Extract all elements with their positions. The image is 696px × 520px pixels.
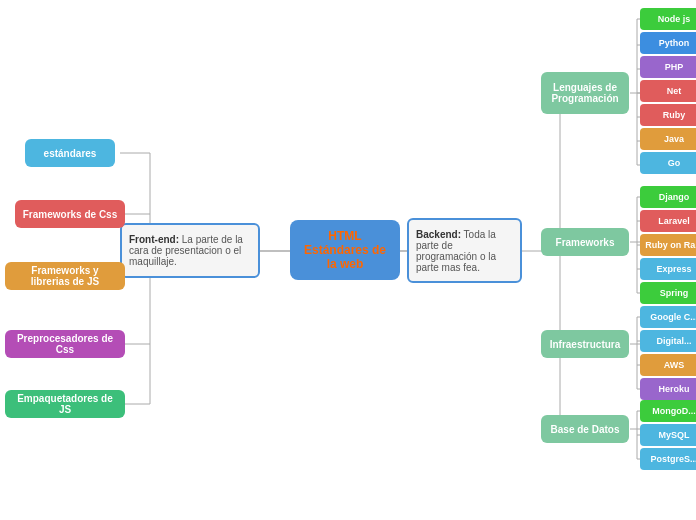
frameworks-right-node: Frameworks	[541, 228, 629, 256]
mysql-label: MySQL	[658, 430, 689, 440]
ruby-node: Ruby	[640, 104, 696, 126]
postgres-label: PostgreS...	[650, 454, 696, 464]
backend-node: Backend: Toda la parte de programación o…	[407, 218, 522, 283]
frontend-label: Front-end: La parte de la cara de presen…	[129, 234, 251, 267]
express-node: Express	[640, 258, 696, 280]
infraestructura-node: Infraestructura	[541, 330, 629, 358]
go-node: Go	[640, 152, 696, 174]
empaquetadores-node: Empaquetadores de JS	[5, 390, 125, 418]
laravel-label: Laravel	[658, 216, 690, 226]
digital-ocean-label: Digital...	[656, 336, 691, 346]
infraestructura-label: Infraestructura	[550, 339, 621, 350]
laravel-node: Laravel	[640, 210, 696, 232]
ruby-on-rails-label: Ruby on Ra...	[645, 240, 696, 250]
base-datos-node: Base de Datos	[541, 415, 629, 443]
java-label: Java	[664, 134, 684, 144]
backend-bold: Backend:	[416, 229, 461, 240]
aws-label: AWS	[664, 360, 685, 370]
java-node: Java	[640, 128, 696, 150]
go-label: Go	[668, 158, 681, 168]
nodejs-label: Node js	[658, 14, 691, 24]
lenguajes-node: Lenguajes de Programación	[541, 72, 629, 114]
php-node: PHP	[640, 56, 696, 78]
mongodb-node: MongoD...	[640, 400, 696, 422]
mongodb-label: MongoD...	[652, 406, 696, 416]
django-label: Django	[659, 192, 690, 202]
digital-ocean-node: Digital...	[640, 330, 696, 352]
ruby-on-rails-node: Ruby on Ra...	[640, 234, 696, 256]
heroku-label: Heroku	[658, 384, 689, 394]
net-node: Net	[640, 80, 696, 102]
net-label: Net	[667, 86, 682, 96]
frameworks-css-label: Frameworks de Css	[23, 209, 118, 220]
center-label: HTML Estándares de la web	[304, 229, 386, 271]
php-label: PHP	[665, 62, 684, 72]
heroku-node: Heroku	[640, 378, 696, 400]
lenguajes-label: Lenguajes de Programación	[551, 82, 618, 104]
base-datos-label: Base de Datos	[551, 424, 620, 435]
frameworks-css-node: Frameworks de Css	[15, 200, 125, 228]
preprocesadores-node: Preprocesadores de Css	[5, 330, 125, 358]
python-label: Python	[659, 38, 690, 48]
spring-node: Spring	[640, 282, 696, 304]
mysql-node: MySQL	[640, 424, 696, 446]
postgres-node: PostgreS...	[640, 448, 696, 470]
empaquetadores-label: Empaquetadores de JS	[11, 393, 119, 415]
python-node: Python	[640, 32, 696, 54]
backend-label: Backend: Toda la parte de programación o…	[416, 229, 513, 273]
estandares-label: estándares	[44, 148, 97, 159]
nodejs-node: Node js	[640, 8, 696, 30]
estandares-node: estándares	[25, 139, 115, 167]
spring-label: Spring	[660, 288, 689, 298]
frontend-node: Front-end: La parte de la cara de presen…	[120, 223, 260, 278]
ruby-label: Ruby	[663, 110, 686, 120]
google-cloud-node: Google C...	[640, 306, 696, 328]
google-cloud-label: Google C...	[650, 312, 696, 322]
preprocesadores-label: Preprocesadores de Css	[11, 333, 119, 355]
frontend-bold: Front-end:	[129, 234, 179, 245]
frameworks-js-label: Frameworks y librerias de JS	[11, 265, 119, 287]
express-label: Express	[656, 264, 691, 274]
aws-node: AWS	[640, 354, 696, 376]
center-node: HTML Estándares de la web	[290, 220, 400, 280]
frameworks-js-node: Frameworks y librerias de JS	[5, 262, 125, 290]
frameworks-right-label: Frameworks	[556, 237, 615, 248]
django-node: Django	[640, 186, 696, 208]
